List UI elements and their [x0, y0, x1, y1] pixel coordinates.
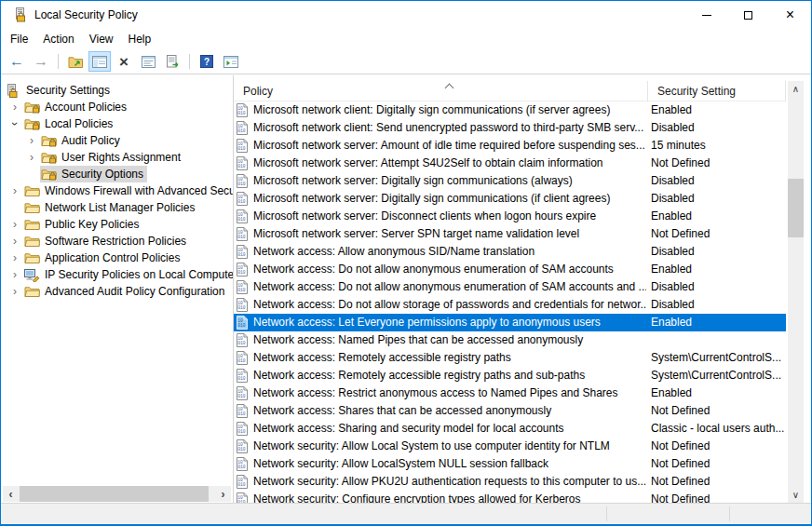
chevron-right-icon[interactable]: › [7, 185, 23, 196]
column-header-security-setting[interactable]: Security Setting [648, 81, 786, 101]
tree-item-local-policies[interactable]: ›Local Policies [1, 115, 233, 132]
policy-row[interactable]: 10010Network access: Allow anonymous SID… [234, 243, 786, 261]
export-list-button[interactable] [161, 51, 183, 72]
policy-row[interactable]: 10010Microsoft network server: Amount of… [234, 137, 786, 155]
folder-icon [24, 218, 41, 232]
policy-name: Network access: Do not allow anonymous e… [253, 278, 646, 296]
title-bar[interactable]: Local Security Policy × [1, 1, 811, 29]
security-setting-value: Enabled [651, 314, 692, 331]
properties-button[interactable] [137, 51, 159, 72]
tree-item-account-policies[interactable]: ›Account Policies [1, 99, 233, 115]
policy-name: Network access: Sharing and security mod… [253, 420, 646, 438]
policy-row[interactable]: 10010Network access: Remotely accessible… [234, 349, 786, 367]
chevron-right-icon[interactable]: › [7, 252, 23, 263]
svg-text:010: 010 [237, 128, 246, 133]
policy-row[interactable]: 10010Network access: Let Everyone permis… [234, 314, 786, 331]
svg-text:010: 010 [237, 447, 246, 452]
policy-row[interactable]: 10010Microsoft network server: Digitally… [234, 172, 786, 190]
tree-horizontal-scrollbar[interactable]: ‹ › [3, 486, 231, 502]
forward-button[interactable]: → [30, 51, 52, 72]
tree-item-core: Windows Firewall with Advanced Security [23, 182, 234, 199]
policy-row[interactable]: 10010Microsoft network client: Digitally… [234, 101, 786, 119]
tree-item-public-key-policies[interactable]: ›Public Key Policies [1, 216, 233, 233]
chevron-right-icon[interactable]: › [7, 101, 23, 113]
scroll-up-icon[interactable]: ∧ [788, 81, 804, 97]
minimize-icon [702, 15, 711, 16]
policy-row[interactable]: 10010Network access: Named Pipes that ca… [234, 331, 786, 349]
close-button[interactable]: × [769, 1, 811, 29]
tree-item-software-restriction-policies[interactable]: ›Software Restriction Policies [1, 233, 233, 250]
policy-row[interactable]: 10010Microsoft network client: Send unen… [234, 119, 786, 137]
maximize-button[interactable] [727, 1, 769, 29]
help-button[interactable]: ? [196, 51, 218, 72]
tree-item-security-options[interactable]: Security Options [1, 166, 233, 182]
delete-button[interactable]: × [113, 51, 135, 72]
scroll-down-icon[interactable]: ∨ [788, 487, 804, 503]
back-button[interactable]: ← [6, 51, 28, 72]
policy-row[interactable]: 10010Network access: Remotely accessible… [234, 367, 786, 384]
tree-item-audit-policy[interactable]: ›Audit Policy [1, 132, 233, 149]
policy-row[interactable]: 10010Microsoft network server: Attempt S… [234, 155, 786, 172]
menu-file[interactable]: File [3, 30, 35, 48]
svg-text:010: 010 [237, 288, 246, 292]
tree-item-core: Software Restriction Policies [23, 233, 190, 250]
policy-row[interactable]: 10010Network security: Allow PKU2U authe… [234, 473, 786, 491]
tree-item-label: Security Options [61, 168, 143, 181]
policy-row[interactable]: 10010Network security: Allow LocalSystem… [234, 455, 786, 473]
svg-text:010: 010 [237, 270, 246, 275]
show-console-tree-button[interactable] [88, 51, 111, 72]
menu-view[interactable]: View [82, 30, 121, 48]
policy-row[interactable]: 10010Network access: Do not allow storag… [234, 296, 786, 314]
policy-row[interactable]: 10010Network security: Configure encrypt… [234, 491, 786, 503]
list-vertical-scrollbar[interactable]: ∧ ∨ [788, 81, 804, 503]
policy-name: Microsoft network server: Disconnect cli… [253, 208, 646, 225]
chevron-right-icon[interactable]: › [7, 219, 23, 230]
policy-row[interactable]: 10010Microsoft network server: Disconnec… [234, 208, 786, 225]
policy-row[interactable]: 10010Network access: Do not allow anonym… [234, 261, 786, 278]
security-setting-value: Disabled [651, 190, 695, 208]
policy-row[interactable]: 10010Network security: Allow Local Syste… [234, 438, 786, 455]
folder-icon [24, 235, 41, 249]
security-setting-value: Disabled [651, 296, 695, 314]
tree-item-network-list-manager-policies[interactable]: Network List Manager Policies [1, 199, 233, 216]
policy-name: Microsoft network server: Digitally sign… [253, 172, 646, 190]
tree-item-security-settings[interactable]: Security Settings [1, 82, 233, 99]
chevron-right-icon[interactable]: › [23, 135, 40, 146]
chevron-right-icon[interactable]: › [7, 286, 23, 297]
tree-item-windows-firewall-with-advanced-security[interactable]: ›Windows Firewall with Advanced Security [1, 182, 233, 199]
chevron-right-icon[interactable]: › [23, 152, 40, 163]
tree-item-user-rights-assignment[interactable]: ›User Rights Assignment [1, 149, 233, 166]
policy-name: Network security: Allow PKU2U authentica… [253, 473, 646, 491]
policy-document-icon: 10010 [236, 404, 249, 418]
chevron-down-icon[interactable]: › [9, 115, 20, 132]
policy-row[interactable]: 10010Network access: Sharing and securit… [234, 420, 786, 438]
list-scrollbar-thumb[interactable] [788, 179, 804, 237]
policy-row[interactable]: 10010Network access: Restrict anonymous … [234, 384, 786, 402]
column-header-policy[interactable]: Policy [234, 81, 648, 101]
scroll-right-icon[interactable]: › [215, 486, 231, 502]
tree-scrollbar-track[interactable] [19, 486, 215, 502]
tree-item-application-control-policies[interactable]: ›Application Control Policies [1, 250, 233, 266]
svg-text:?: ? [204, 57, 210, 67]
tree-item-advanced-audit-policy-configuration[interactable]: ›Advanced Audit Policy Configuration [1, 283, 233, 300]
policy-name: Network access: Do not allow storage of … [253, 296, 646, 314]
up-one-level-button[interactable] [64, 51, 87, 72]
show-action-pane-button[interactable] [220, 51, 242, 72]
menu-help[interactable]: Help [121, 30, 159, 48]
window-title: Local Security Policy [34, 8, 138, 21]
scroll-left-icon[interactable]: ‹ [3, 486, 19, 502]
tree-item-label: Software Restriction Policies [45, 235, 186, 248]
security-setting-value: Enabled [651, 261, 692, 278]
policy-row[interactable]: 10010Network access: Shares that can be … [234, 402, 786, 420]
policy-row[interactable]: 10010Microsoft network server: Server SP… [234, 225, 786, 243]
tree-item-ip-security-policies-on-local-computer[interactable]: ›IP Security Policies on Local Computer [1, 266, 233, 283]
policy-document-icon: 10010 [236, 174, 249, 188]
chevron-right-icon[interactable]: › [7, 269, 23, 280]
chevron-right-icon[interactable]: › [7, 236, 23, 247]
policy-row[interactable]: 10010Network access: Do not allow anonym… [234, 278, 786, 296]
tree-scrollbar-thumb[interactable] [20, 486, 209, 502]
console-lock-icon [6, 84, 22, 98]
minimize-button[interactable] [685, 1, 727, 29]
policy-row[interactable]: 10010Microsoft network server: Digitally… [234, 190, 786, 208]
menu-action[interactable]: Action [35, 30, 81, 48]
